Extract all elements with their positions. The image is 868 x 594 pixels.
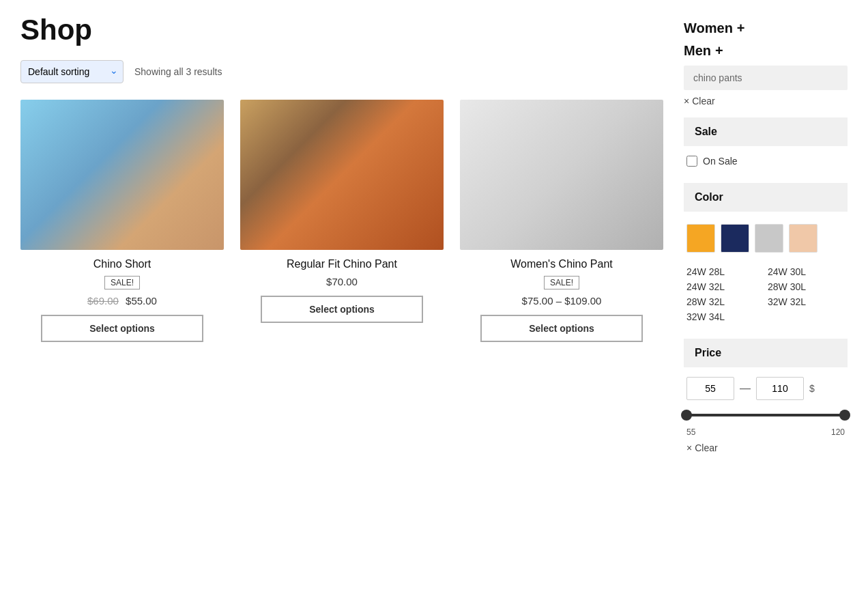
color-swatch-yellow[interactable] bbox=[686, 224, 715, 253]
color-filter-body: 24W 28L 24W 30L 24W 32L 28W 30L 28W 32L … bbox=[684, 213, 848, 330]
result-count: Showing all 3 results bbox=[134, 66, 222, 77]
sale-filter-body: On Sale bbox=[684, 147, 848, 175]
size-item-28w32l[interactable]: 28W 32L bbox=[686, 296, 764, 307]
on-sale-text: On Sale bbox=[703, 156, 738, 167]
price-regular: $70.00 bbox=[326, 276, 358, 287]
sidebar-women-label: Women bbox=[684, 20, 733, 36]
product-name: Chino Short bbox=[93, 258, 151, 270]
slider-track bbox=[686, 414, 845, 416]
sidebar-item-men[interactable]: Men + bbox=[684, 43, 848, 59]
color-swatches bbox=[686, 224, 845, 253]
size-item-28w30l[interactable]: 28W 30L bbox=[768, 281, 845, 292]
sidebar-men-label: Men bbox=[684, 43, 711, 59]
color-swatch-peach[interactable] bbox=[789, 224, 818, 253]
size-item-32w32l[interactable]: 32W 32L bbox=[768, 296, 845, 307]
product-card-womens-chino: Women's Chino Pant SALE! $75.00 – $109.0… bbox=[460, 100, 663, 342]
price-wrapper: $69.00 $55.00 bbox=[87, 295, 157, 307]
on-sale-checkbox[interactable] bbox=[686, 156, 697, 167]
color-section-header: Color bbox=[684, 183, 848, 212]
product-card-chino-short: Chino Short SALE! $69.00 $55.00 Select o… bbox=[20, 100, 224, 342]
price-section-header: Price bbox=[684, 339, 848, 367]
on-sale-label[interactable]: On Sale bbox=[686, 156, 845, 167]
price-original: $69.00 bbox=[87, 295, 119, 307]
sale-section-header: Sale bbox=[684, 117, 848, 146]
plus-icon-women: + bbox=[737, 20, 745, 36]
size-item-32w34l[interactable]: 32W 34L bbox=[686, 311, 764, 322]
size-grid: 24W 28L 24W 30L 24W 32L 28W 30L 28W 32L … bbox=[686, 266, 845, 322]
price-dash: — bbox=[740, 382, 751, 395]
price-clear-label: Clear bbox=[695, 442, 717, 453]
clear-filter-button[interactable]: × Clear bbox=[684, 96, 848, 107]
slider-label-min: 55 bbox=[686, 427, 695, 437]
product-name: Women's Chino Pant bbox=[510, 258, 613, 270]
price-currency: $ bbox=[809, 383, 815, 394]
sidebar: Women + Men + chino pants × Clear Sale O… bbox=[684, 14, 848, 462]
product-name: Regular Fit Chino Pant bbox=[287, 258, 397, 270]
price-wrapper: $75.00 – $109.00 bbox=[522, 295, 602, 307]
price-filter-body: — $ 55 120 × Clear bbox=[684, 369, 848, 462]
price-current: $55.00 bbox=[126, 295, 157, 307]
size-item-24w32l[interactable]: 24W 32L bbox=[686, 281, 764, 292]
slider-thumb-max[interactable] bbox=[839, 410, 850, 421]
size-item-24w30l[interactable]: 24W 30L bbox=[768, 266, 845, 277]
sale-badge: SALE! bbox=[104, 276, 140, 289]
price-inputs: — $ bbox=[686, 377, 845, 400]
toolbar: Default sorting Popularity Latest Price:… bbox=[20, 60, 663, 83]
clear-x-icon: × bbox=[684, 96, 689, 107]
select-options-button-chino-short[interactable]: Select options bbox=[41, 315, 203, 342]
price-range: $75.00 – $109.00 bbox=[522, 295, 602, 307]
color-swatch-light-gray[interactable] bbox=[755, 224, 783, 253]
sidebar-item-women[interactable]: Women + bbox=[684, 20, 848, 36]
price-wrapper: $70.00 bbox=[326, 276, 358, 287]
price-clear-x-icon: × bbox=[686, 442, 692, 453]
product-image-chino-short bbox=[20, 100, 224, 250]
select-options-button-regular-fit[interactable]: Select options bbox=[261, 296, 423, 323]
product-image-regular-fit-chino bbox=[240, 100, 444, 250]
select-options-button-womens-chino[interactable]: Select options bbox=[480, 315, 643, 342]
size-item-24w28l[interactable]: 24W 28L bbox=[686, 266, 764, 277]
page-title: Shop bbox=[20, 14, 663, 46]
clear-filter-label: Clear bbox=[692, 96, 714, 107]
search-filter-box[interactable]: chino pants bbox=[684, 66, 848, 90]
plus-icon-men: + bbox=[715, 43, 723, 59]
price-min-input[interactable] bbox=[686, 377, 734, 400]
slider-labels: 55 120 bbox=[686, 427, 845, 437]
sort-select[interactable]: Default sorting Popularity Latest Price:… bbox=[20, 60, 124, 83]
products-grid: Chino Short SALE! $69.00 $55.00 Select o… bbox=[20, 100, 663, 342]
sale-badge: SALE! bbox=[544, 276, 579, 289]
price-slider[interactable] bbox=[686, 408, 845, 422]
slider-thumb-min[interactable] bbox=[681, 410, 692, 421]
product-image-womens-chino bbox=[460, 100, 663, 250]
product-card-regular-fit-chino: Regular Fit Chino Pant $70.00 Select opt… bbox=[240, 100, 444, 342]
price-clear-button[interactable]: × Clear bbox=[686, 442, 845, 453]
slider-label-max: 120 bbox=[831, 427, 845, 437]
color-swatch-navy[interactable] bbox=[721, 224, 749, 253]
price-max-input[interactable] bbox=[756, 377, 804, 400]
